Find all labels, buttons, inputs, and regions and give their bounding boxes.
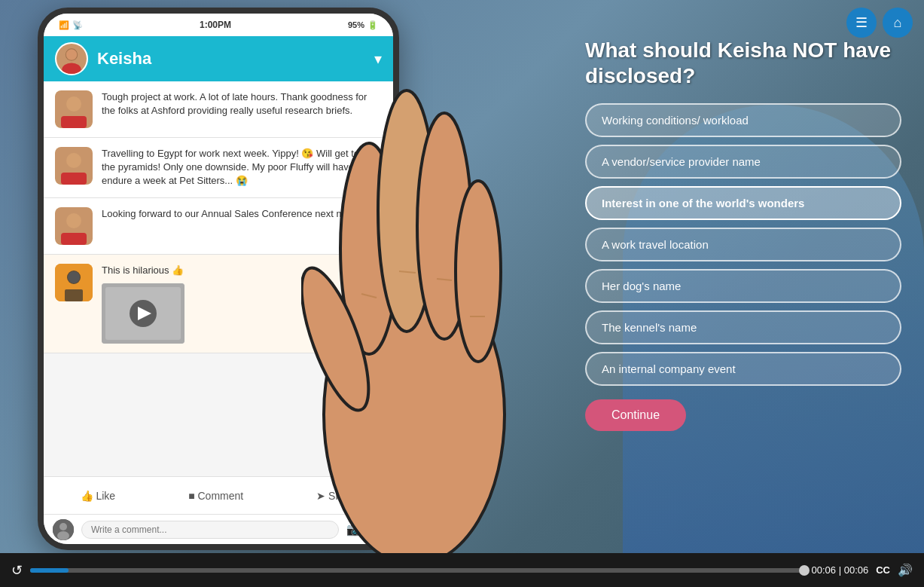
question-panel: What should Keisha NOT have disclosed? W… [585,38,901,431]
replay-button[interactable]: ↺ [11,562,23,579]
progress-bar[interactable] [30,568,804,573]
answer-option-6[interactable]: The kennel's name [585,310,901,344]
post-avatar-2 [55,147,93,185]
profile-name: Keisha [97,49,151,69]
post-avatar-1 [55,90,93,128]
svg-point-3 [66,49,78,60]
battery-text: 95% [348,20,364,29]
post-item: This is hilarious 👍 [44,255,393,353]
time-separator: | [839,564,844,576]
svg-rect-15 [65,289,83,301]
phone-frame: 📶 📡 1:00PM 95% 🔋 Keisha ▾ [38,8,399,550]
progress-fill [30,568,69,573]
answer-option-3[interactable]: Interest in one of the world's wonders [585,186,901,220]
svg-point-11 [66,213,81,228]
post-avatar-3 [55,207,93,245]
bottom-bar: ↺ 00:06 | 00:06 CC 🔊 [0,553,924,587]
status-time: 1:00PM [200,20,231,30]
cc-button[interactable]: CC [876,564,890,576]
like-button[interactable]: 👍 Like [81,490,116,502]
post-avatar-4 [55,264,93,301]
answer-option-5[interactable]: Her dog's name [585,269,901,303]
phone-status-bar: 📶 📡 1:00PM 95% 🔋 [44,14,393,36]
comment-bar: 📷 🙂 [44,514,393,544]
time-display: 00:06 | 00:06 [812,564,869,576]
svg-rect-9 [61,173,87,185]
svg-point-5 [66,96,81,112]
svg-point-8 [66,153,81,168]
battery-indicator: 95% 🔋 [348,20,378,30]
camera-icon: 📷 [346,522,361,537]
post-item: Tough project at work. A lot of late hou… [44,81,393,138]
comment-button[interactable]: ■ Comment [188,490,243,502]
share-button[interactable]: ➤ Share [316,490,356,502]
volume-button[interactable]: 🔊 [898,563,913,577]
answer-option-2[interactable]: A vendor/service provider name [585,145,901,179]
phone-container: 📶 📡 1:00PM 95% 🔋 Keisha ▾ [38,8,414,565]
phone-feed: Tough project at work. A lot of late hou… [44,81,393,476]
post-image-thumb[interactable] [102,283,184,344]
post-text-4: This is hilarious 👍 [102,264,382,277]
post-item: Travelling to Egypt for work next week. … [44,138,393,198]
post-text-1: Tough project at work. A lot of late hou… [102,90,382,128]
comment-user-avatar [53,519,74,540]
dropdown-icon[interactable]: ▾ [374,50,382,68]
signal-bars: 📶 [59,20,69,30]
comment-input[interactable] [81,521,339,539]
social-header: Keisha ▾ [44,36,393,81]
question-title: What should Keisha NOT have disclosed? [585,38,901,88]
top-bar: ☰ ⌂ [835,0,924,45]
answer-option-7[interactable]: An internal company event [585,352,901,386]
time-current: 00:06 [812,564,837,576]
header-avatar [55,42,88,75]
post-item: Looking forward to our Annual Sales Conf… [44,198,393,255]
battery-icon: 🔋 [367,20,378,30]
post-text-2: Travelling to Egypt for work next week. … [102,147,382,188]
svg-rect-6 [61,116,87,128]
home-button[interactable]: ⌂ [883,8,913,38]
time-total: 00:06 [844,564,869,576]
sticker-icon: 🙂 [369,522,384,537]
menu-button[interactable]: ☰ [846,8,877,38]
svg-point-22 [59,523,67,530]
answer-option-4[interactable]: A work travel location [585,228,901,261]
svg-point-23 [57,531,69,540]
progress-dot [799,565,810,576]
svg-point-16 [68,271,80,283]
answer-option-1[interactable]: Working conditions/ workload [585,103,901,137]
continue-button[interactable]: Continue [585,399,686,431]
svg-rect-12 [61,233,87,245]
social-actions-bar: 👍 Like ■ Comment ➤ Share [44,476,393,514]
wifi-icon: 📡 [72,20,83,30]
signal-indicator: 📶 📡 [59,20,83,30]
post-content-4: This is hilarious 👍 [102,264,382,344]
post-text-3: Looking forward to our Annual Sales Conf… [102,207,382,245]
